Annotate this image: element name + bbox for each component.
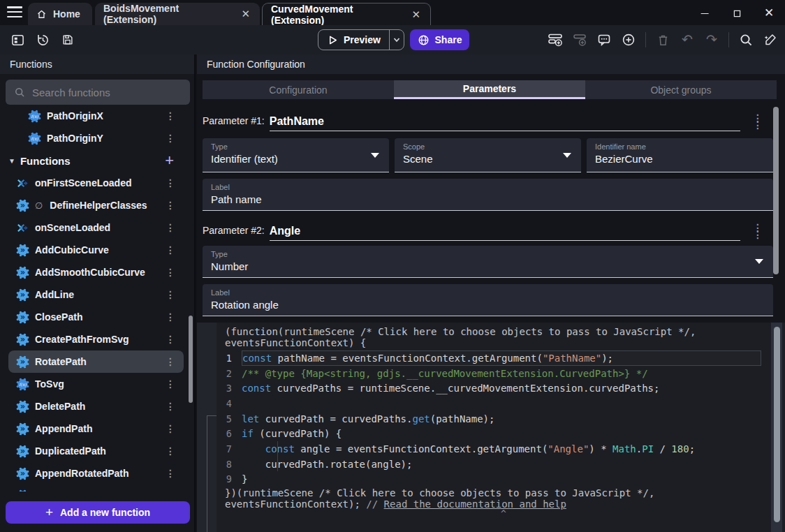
sidebar-scrollbar[interactable] <box>189 316 193 403</box>
action-icon: » <box>16 422 29 436</box>
code-wrapper-footer: })(runtimeScene /* Click here to choose … <box>217 487 785 510</box>
function-item-ToSvg[interactable]: f(x)ToSvg⋮ <box>8 373 184 395</box>
action-icon: » <box>16 355 29 369</box>
add-sub-event-icon <box>572 32 587 47</box>
maximize-icon[interactable] <box>721 7 753 19</box>
function-label: PathOriginY <box>47 133 160 144</box>
parameter-2-menu-icon[interactable]: ⋮⋮ <box>751 224 765 238</box>
param1-scope-select[interactable]: Scope Scene <box>395 138 581 172</box>
close-icon[interactable]: ✕ <box>410 8 422 21</box>
tab-object-groups[interactable]: Object groups <box>585 80 777 99</box>
add-other-icon[interactable] <box>621 32 636 47</box>
undo-icon: ↶ <box>680 32 695 47</box>
customize-icon[interactable] <box>763 32 778 47</box>
item-menu-icon[interactable]: ⋮ <box>166 202 175 209</box>
add-function-button[interactable]: + Add a new function <box>6 501 190 524</box>
panels-layout-icon[interactable] <box>10 32 25 47</box>
minimize-icon[interactable]: ─ <box>689 7 721 19</box>
param1-identifier-input[interactable]: Identifier name BezierCurve <box>587 138 773 172</box>
function-label: SpeedScaleY <box>35 490 160 492</box>
item-menu-icon[interactable]: ⋮ <box>166 336 175 343</box>
code-line-6[interactable]: 6if (curvedPath) { <box>217 426 785 441</box>
param1-type-select[interactable]: Type Identifier (text) <box>203 138 389 172</box>
code-line-8[interactable]: 8 curvedPath.rotate(angle); <box>217 457 785 472</box>
item-menu-icon[interactable]: ⋮ <box>166 358 175 365</box>
history-icon[interactable] <box>35 32 50 47</box>
function-item-DefineHelperClasses[interactable]: »∅DefineHelperClasses⋮ <box>8 194 184 216</box>
tab-home[interactable]: Home <box>28 3 92 25</box>
param1-label-input[interactable]: Label Path name <box>203 179 773 211</box>
item-menu-icon[interactable]: ⋮ <box>166 380 175 387</box>
param2-type-select[interactable]: Type Number <box>203 246 773 278</box>
tab-configuration[interactable]: Configuration <box>203 80 394 99</box>
function-item-DuplicatedPath[interactable]: »DuplicatedPath⋮ <box>8 440 184 462</box>
code-line-4[interactable]: 4 <box>217 396 785 411</box>
tab-curvedmovement[interactable]: CurvedMovement (Extension) ✕ <box>262 3 431 25</box>
function-item-PathOriginY[interactable]: f(x)PathOriginY⋮ <box>8 127 184 149</box>
save-icon[interactable] <box>60 32 75 47</box>
parameter-name-input[interactable]: Angle <box>270 225 740 241</box>
function-item-RotatePath[interactable]: »RotatePath⋮ <box>8 350 184 373</box>
function-item-AppendPath[interactable]: »AppendPath⋮ <box>8 418 184 440</box>
item-menu-icon[interactable]: ⋮ <box>166 135 175 142</box>
action-icon: » <box>16 400 29 413</box>
code-line-3[interactable]: 3const curvedPaths = runtimeScene.__curv… <box>217 380 785 396</box>
code-line-9[interactable]: 9} <box>217 472 785 487</box>
item-menu-icon[interactable]: ⋮ <box>166 179 175 186</box>
item-menu-icon[interactable]: ⋮ <box>166 246 175 253</box>
search-input[interactable]: Search functions <box>6 80 190 105</box>
code-line-7[interactable]: 7 const angle = eventsFunctionContext.ge… <box>217 441 785 457</box>
search-icon[interactable] <box>738 32 754 47</box>
item-menu-icon[interactable]: ⋮ <box>166 291 175 298</box>
svg-text:»: » <box>20 245 25 255</box>
item-menu-icon[interactable]: ⋮ <box>166 313 175 320</box>
field-value: Scene <box>403 153 573 165</box>
function-item-DeletePath[interactable]: »DeletePath⋮ <box>8 395 184 418</box>
function-item-ClosePath[interactable]: »ClosePath⋮ <box>8 306 184 328</box>
item-menu-icon[interactable]: ⋮ <box>166 470 175 477</box>
function-configuration-panel: Function Configuration Configuration Par… <box>197 54 785 532</box>
menu-icon[interactable] <box>7 6 22 19</box>
add-event-icon[interactable] <box>548 32 563 47</box>
chevron-down-icon[interactable] <box>390 36 404 44</box>
function-item-AddSmoothCubicCurve[interactable]: »AddSmoothCubicCurve⋮ <box>8 261 184 283</box>
item-menu-icon[interactable]: ⋮ <box>166 112 175 119</box>
code-panel[interactable]: (function(runtimeScene /* Click here to … <box>217 323 785 532</box>
function-item-onFirstSceneLoaded[interactable]: onFirstSceneLoaded⋮ <box>8 172 184 194</box>
close-icon[interactable]: ✕ <box>753 6 785 20</box>
function-item-CreatePathFromSvg[interactable]: »CreatePathFromSvg⋮ <box>8 328 184 350</box>
item-menu-icon[interactable]: ⋮ <box>166 224 175 231</box>
line-number: 4 <box>217 398 242 409</box>
tab-boidsmovement[interactable]: BoidsMovement (Extension) ✕ <box>95 3 260 25</box>
line-number: 9 <box>217 473 242 485</box>
code-scrollbar-thumb[interactable] <box>774 327 780 522</box>
share-button[interactable]: Share <box>410 29 469 50</box>
code-line-5[interactable]: 5let curvedPath = curvedPaths.get(pathNa… <box>217 411 785 427</box>
close-icon[interactable]: ✕ <box>240 8 251 20</box>
item-menu-icon[interactable]: ⋮ <box>166 269 175 276</box>
param2-label-input[interactable]: Label Rotation angle <box>203 284 773 316</box>
code-line-1[interactable]: 1const pathName = eventsFunctionContext.… <box>217 350 785 366</box>
parameter-name-input[interactable]: PathName <box>270 115 740 131</box>
add-icon[interactable]: + <box>165 154 174 168</box>
function-item-SpeedScaleY[interactable]: f(x)SpeedScaleY⋮ <box>8 485 184 492</box>
function-item-AddCubicCurve[interactable]: »AddCubicCurve⋮ <box>8 239 184 261</box>
parameter-1-menu-icon[interactable]: ⋮⋮ <box>751 114 765 128</box>
function-item-AddLine[interactable]: »AddLine⋮ <box>8 283 184 306</box>
item-menu-icon[interactable]: ⋮ <box>166 425 175 432</box>
svg-text:f(x): f(x) <box>31 113 38 118</box>
fold-caret-icon[interactable]: ^ <box>501 508 506 519</box>
svg-text:f(x): f(x) <box>19 381 27 386</box>
functions-section-header[interactable]: ▼Functions+ <box>0 149 184 172</box>
function-item-PathOriginX[interactable]: f(x)PathOriginX⋮ <box>8 105 184 127</box>
parameters-scrollbar[interactable] <box>773 107 779 274</box>
preview-button[interactable]: Preview <box>318 29 404 50</box>
function-item-AppendRotatedPath[interactable]: »AppendRotatedPath⋮ <box>8 462 184 485</box>
item-menu-icon[interactable]: ⋮ <box>166 448 175 455</box>
tab-parameters[interactable]: Parameters <box>394 80 585 99</box>
code-line-2[interactable]: 2/** @type {Map<string, gdjs.__curvedMov… <box>217 366 785 381</box>
function-item-onSceneLoaded[interactable]: onSceneLoaded⋮ <box>8 216 184 239</box>
add-comment-icon[interactable] <box>596 32 612 47</box>
collapse-triangle-icon[interactable]: ▼ <box>8 157 15 165</box>
item-menu-icon[interactable]: ⋮ <box>166 403 175 410</box>
